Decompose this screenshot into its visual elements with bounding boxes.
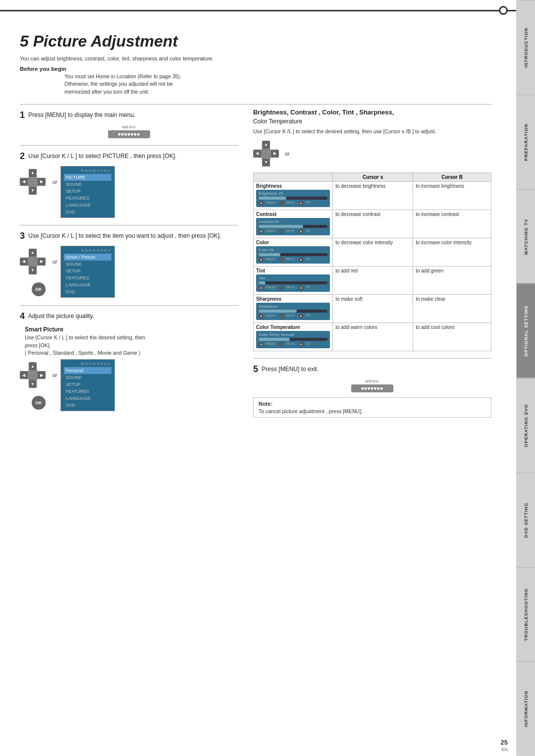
tab-bar: INTRODUCTION PREPARATION WATCHING TV OPT… [516, 0, 535, 756]
menu-screen-2: MAGNAVOX PICTURE SOUND SETUP FEATURES LA… [60, 166, 115, 218]
tab-dvd-setting[interactable]: DVD SETTING [517, 473, 535, 567]
dpad-right-col[interactable]: ▲ ▼ ◀ ▶ [253, 141, 279, 166]
divider-2 [20, 145, 238, 146]
menu-screen-3: MAGNAVOX Smart / Picture SOUND SETUP FEA… [60, 246, 115, 298]
menu-button-1[interactable]: ■■■■■■■ [108, 130, 150, 138]
page-en: EN [501, 747, 508, 752]
tab-optional-setting[interactable]: OPTIONAL SETTING [517, 283, 535, 378]
step2-text: Use [Cursor K / L ] to select PICTURE , … [28, 152, 176, 159]
step-1: 1 Press [MENU] to display the main menu.… [20, 108, 238, 138]
step5-text: Press [MENU] to exit. [262, 365, 319, 372]
menu-button-5[interactable]: ■■■■■■■ [351, 384, 393, 392]
step-4: 4 Adjust the picture quality. Smart Pict… [20, 310, 238, 412]
divider-3 [20, 225, 238, 225]
dpad-center-4[interactable] [28, 370, 38, 380]
dpad-down-r[interactable]: ▼ [262, 159, 270, 166]
step3-text: Use [Cursor K / L ] to select the item y… [28, 232, 221, 239]
table-header-cursor-b: Cursor B [413, 172, 491, 181]
cursor-b-2: to increase color intensity [413, 238, 491, 266]
tab-troubleshooting[interactable]: TROUBLESHOOTING [517, 567, 535, 662]
step-3: 3 Use [Cursor K / L ] to select the item… [20, 229, 238, 298]
tab-preparation[interactable]: PREPARATION [517, 95, 535, 189]
dpad-left-r[interactable]: ◀ [253, 150, 261, 158]
or-text-r: or [285, 151, 290, 157]
right-desc: Use [Cursor K /L ] to select the desired… [253, 128, 491, 136]
smart-picture-text: Use [Cursor K / L ] to select the desire… [20, 334, 238, 357]
dpad-down-4[interactable]: ▼ [29, 380, 37, 388]
dpad-down[interactable]: ▼ [29, 187, 37, 195]
dpad-center-r[interactable] [261, 149, 271, 159]
right-title: Brightness, Contrast , Color, Tint , Sha… [253, 108, 491, 116]
dpad-center[interactable] [28, 177, 38, 187]
page-title: 5 Picture Adjustment [20, 32, 491, 51]
table-header-setting [253, 172, 332, 181]
right-subtitle: Color Temperature [253, 118, 491, 125]
dpad-left-3[interactable]: ◀ [20, 258, 28, 266]
menu-label-5: MENU [253, 379, 491, 383]
page-number: 25 [501, 739, 508, 746]
step-2: 2 Use [Cursor K / L ] to select PICTURE … [20, 150, 238, 218]
step-5: 5 Press [MENU] to exit. MENU ■■■■■■■ [253, 358, 491, 392]
menu-label-1: MENU [20, 125, 238, 129]
dpad-up-3[interactable]: ▲ [29, 249, 37, 257]
cursor-s-1: to decrease contrast [333, 210, 413, 238]
top-circle [499, 6, 508, 15]
setting-cell-3: Tint Tint ● Adjust ↕ Move ● OK [253, 266, 332, 294]
dpad-up-4[interactable]: ▲ [29, 362, 37, 370]
setting-cell-4: Sharpness Sharpness ● Adjust ↕ Move ● OK [253, 294, 332, 323]
right-column: Brightness, Contrast , Color, Tint , Sha… [253, 108, 491, 419]
cursor-s-4: to make soft [333, 294, 413, 323]
ok-button-4[interactable]: OK [32, 396, 46, 410]
step4-text: Adjust the picture quality. [28, 312, 94, 319]
note-box: Note: To cancel picture adjustment , pre… [253, 397, 491, 418]
dpad-up[interactable]: ▲ [29, 169, 37, 177]
before-begin-label: Before you begin [20, 66, 491, 72]
note-text: To cancel picture adjustment , press [ME… [259, 408, 486, 414]
or-text-2: or [53, 179, 57, 185]
table-header-cursor-s: Cursor s [333, 172, 413, 181]
tab-information[interactable]: INFORMATION [517, 661, 535, 756]
adjustment-table: Cursor s Cursor B Brightness Brightness … [253, 172, 491, 351]
dpad-center-3[interactable] [28, 257, 38, 267]
tab-introduction[interactable]: INTRODUCTION [517, 0, 535, 95]
or-text-3: or [53, 259, 57, 265]
left-column: 1 Press [MENU] to display the main menu.… [20, 108, 238, 419]
cursor-b-3: to add green [413, 266, 491, 294]
dpad-step3[interactable]: ▲ ▼ ◀ ▶ [20, 249, 46, 274]
dpad-right-4[interactable]: ▶ [38, 371, 46, 379]
dpad-right[interactable]: ▶ [38, 178, 46, 186]
dpad-right-3[interactable]: ▶ [38, 258, 46, 266]
table-row-1: Contrast Contrast 55 ● Adjust ↕ Move ● O… [253, 210, 491, 238]
cursor-s-0: to decrease brightness [333, 181, 413, 210]
setting-cell-5: Color Temperature Color Temp. Normal ● A… [253, 323, 332, 351]
cursor-b-4: to make clear [413, 294, 491, 323]
dpad-step4[interactable]: ▲ ▼ ◀ ▶ [20, 362, 46, 388]
table-row-0: Brightness Brightness 35 ● Adjust ↕ Move… [253, 181, 491, 210]
smart-picture-title: Smart Picture [20, 326, 238, 333]
tab-watching-tv[interactable]: WATCHING TV [517, 189, 535, 284]
intro-text: You can adjust brightness, contrast, col… [20, 54, 491, 63]
dpad-left[interactable]: ◀ [20, 178, 28, 186]
cursor-s-3: to add red [333, 266, 413, 294]
dpad-right-r[interactable]: ▶ [271, 150, 279, 158]
divider-1 [20, 104, 491, 105]
dpad-left-4[interactable]: ◀ [20, 371, 28, 379]
setting-cell-0: Brightness Brightness 35 ● Adjust ↕ Move… [253, 181, 332, 210]
top-line [0, 10, 516, 11]
setting-cell-1: Contrast Contrast 55 ● Adjust ↕ Move ● O… [253, 210, 332, 238]
tab-operating-dvd[interactable]: OPERATING DVD [517, 378, 535, 473]
dpad-down-3[interactable]: ▼ [29, 267, 37, 274]
cursor-b-1: to increase contrast [413, 210, 491, 238]
before-begin-text: You must set Home in Location (Refer to … [20, 73, 491, 96]
dpad-up-r[interactable]: ▲ [262, 141, 270, 149]
table-row-4: Sharpness Sharpness ● Adjust ↕ Move ● OK… [253, 294, 491, 323]
dpad-step2[interactable]: ▲ ▼ ◀ ▶ [20, 169, 46, 195]
table-row-5: Color Temperature Color Temp. Normal ● A… [253, 323, 491, 351]
setting-cell-2: Color Color 28 ● Adjust ↕ Move ● OK [253, 238, 332, 266]
ok-button-3[interactable]: OK [32, 282, 46, 296]
cursor-s-2: to decrease color intensity [333, 238, 413, 266]
divider-4 [20, 305, 238, 306]
or-text-4: or [53, 372, 57, 378]
table-row-2: Color Color 28 ● Adjust ↕ Move ● OK to d… [253, 238, 491, 266]
cursor-b-0: to increase brightness [413, 181, 491, 210]
